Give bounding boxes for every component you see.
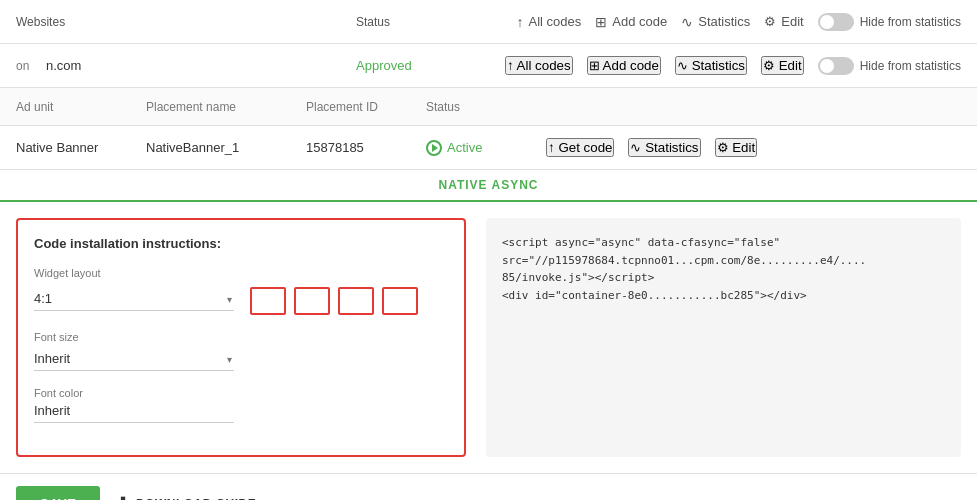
code-line-3: 85/invoke.js"></script> bbox=[502, 269, 945, 287]
plus-square-icon: ⊞ bbox=[595, 14, 607, 30]
font-size-group: Font size Inherit Small Medium Large ▾ bbox=[34, 331, 448, 371]
code-instructions-panel: Code installation instructions: Widget l… bbox=[16, 218, 466, 457]
hide-statistics-toggle-group: Hide from statistics bbox=[818, 13, 961, 31]
code-instructions-title: Code installation instructions: bbox=[34, 236, 448, 251]
websites-column-header: Websites bbox=[16, 15, 356, 29]
gear-icon-2: ⚙ bbox=[763, 58, 775, 73]
footer-actions: SAVE ⬇ DOWNLOAD GUIDE bbox=[0, 473, 977, 500]
gear-icon: ⚙ bbox=[764, 14, 776, 29]
code-snippet-box: <script async="async" data-cfasync="fals… bbox=[486, 218, 961, 457]
font-size-select-wrapper: Inherit Small Medium Large ▾ bbox=[34, 347, 234, 371]
layout-icon-1[interactable] bbox=[250, 287, 286, 315]
website-all-codes-button[interactable]: ↑ All codes bbox=[505, 56, 573, 75]
placement-id: 15878185 bbox=[306, 140, 426, 155]
main-content: Code installation instructions: Widget l… bbox=[0, 202, 977, 473]
get-code-button[interactable]: ↑ Get code bbox=[546, 138, 614, 157]
all-codes-button[interactable]: ↑ All codes bbox=[517, 14, 582, 30]
code-line-2: src="//p115978684.tcpnno01...cpm.com/8e.… bbox=[502, 252, 945, 270]
layout-icon-2[interactable] bbox=[294, 287, 330, 315]
chart-icon-3: ∿ bbox=[630, 140, 641, 155]
status-column-header: Status bbox=[356, 15, 476, 29]
ad-statistics-button[interactable]: ∿ Statistics bbox=[628, 138, 700, 157]
download-icon: ⬇ bbox=[116, 494, 130, 500]
website-actions: ↑ All codes ⊞ Add code ∿ Statistics ⚙ Ed… bbox=[505, 56, 961, 75]
chart-icon: ∿ bbox=[681, 14, 693, 30]
gear-icon-3: ⚙ bbox=[717, 140, 729, 155]
download-guide-button[interactable]: ⬇ DOWNLOAD GUIDE bbox=[116, 494, 256, 500]
statistics-button[interactable]: ∿ Statistics bbox=[681, 14, 750, 30]
ad-edit-button[interactable]: ⚙ Edit bbox=[715, 138, 758, 157]
adunit-header: Ad unit bbox=[16, 100, 146, 114]
top-bar: Websites Status ↑ All codes ⊞ Add code ∿… bbox=[0, 0, 977, 44]
placement-id-header: Placement ID bbox=[306, 100, 426, 114]
save-button[interactable]: SAVE bbox=[16, 486, 100, 500]
layout-icon-3[interactable] bbox=[338, 287, 374, 315]
on-label: on bbox=[16, 59, 46, 73]
widget-layout-select-wrapper: 4:1 2:1 1:1 ▾ bbox=[34, 287, 234, 311]
status-header: Status bbox=[426, 100, 526, 114]
edit-button[interactable]: ⚙ Edit bbox=[764, 14, 803, 29]
active-play-icon bbox=[426, 140, 442, 156]
native-async-bar: NATIVE ASYNC bbox=[0, 170, 977, 202]
website-row: on n.com Approved ↑ All codes ⊞ Add code… bbox=[0, 44, 977, 88]
website-edit-button[interactable]: ⚙ Edit bbox=[761, 56, 804, 75]
website-status: Approved bbox=[356, 58, 476, 73]
subheader-row: Ad unit Placement name Placement ID Stat… bbox=[0, 88, 977, 126]
add-code-button[interactable]: ⊞ Add code bbox=[595, 14, 667, 30]
code-line-4: <div id="container-8e0...........bc285">… bbox=[502, 287, 945, 305]
widget-layout-label: Widget layout bbox=[34, 267, 448, 279]
arrow-up-icon-2: ↑ bbox=[507, 58, 514, 73]
code-line-1: <script async="async" data-cfasync="fals… bbox=[502, 234, 945, 252]
website-add-code-button[interactable]: ⊞ Add code bbox=[587, 56, 661, 75]
widget-layout-select[interactable]: 4:1 2:1 1:1 bbox=[34, 287, 234, 311]
chart-icon-2: ∿ bbox=[677, 58, 688, 73]
widget-layout-group: Widget layout 4:1 2:1 1:1 ▾ bbox=[34, 267, 448, 315]
ad-unit-row: Native Banner NativeBanner_1 15878185 Ac… bbox=[0, 126, 977, 170]
ad-unit-actions: ↑ Get code ∿ Statistics ⚙ Edit bbox=[546, 138, 757, 157]
font-size-label: Font size bbox=[34, 331, 448, 343]
website-hide-toggle[interactable] bbox=[818, 57, 854, 75]
layout-icons-group bbox=[250, 287, 418, 315]
font-color-value: Inherit bbox=[34, 403, 234, 423]
font-color-group: Font color Inherit bbox=[34, 387, 448, 423]
website-name: n.com bbox=[46, 58, 356, 73]
arrow-up-icon-3: ↑ bbox=[548, 140, 555, 155]
website-statistics-button[interactable]: ∿ Statistics bbox=[675, 56, 747, 75]
website-hide-toggle-group: Hide from statistics bbox=[818, 57, 961, 75]
font-color-label: Font color bbox=[34, 387, 448, 399]
adunit-name: Native Banner bbox=[16, 140, 146, 155]
widget-layout-row: 4:1 2:1 1:1 ▾ bbox=[34, 283, 448, 315]
font-size-select[interactable]: Inherit Small Medium Large bbox=[34, 347, 234, 371]
ad-unit-status: Active bbox=[426, 140, 526, 156]
plus-square-icon-2: ⊞ bbox=[589, 58, 600, 73]
placement-name: NativeBanner_1 bbox=[146, 140, 306, 155]
hide-statistics-toggle[interactable] bbox=[818, 13, 854, 31]
top-actions: ↑ All codes ⊞ Add code ∿ Statistics ⚙ Ed… bbox=[517, 13, 961, 31]
arrow-up-icon: ↑ bbox=[517, 14, 524, 30]
placement-name-header: Placement name bbox=[146, 100, 306, 114]
layout-icon-4[interactable] bbox=[382, 287, 418, 315]
